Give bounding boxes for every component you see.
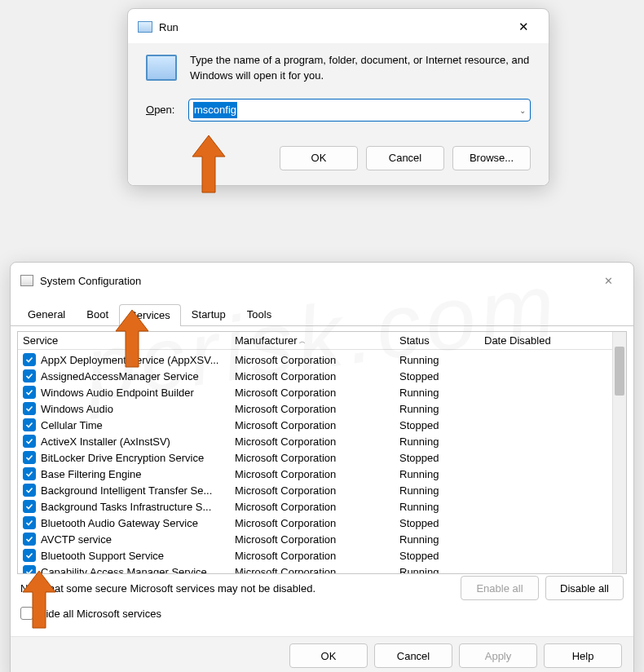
service-status: Running: [395, 403, 479, 415]
tab-tools[interactable]: Tools: [236, 303, 282, 325]
sysconfig-tabs: GeneralBootServicesStartupTools: [11, 297, 633, 326]
service-checkbox[interactable]: [23, 500, 36, 513]
table-row[interactable]: AVCTP serviceMicrosoft CorporationRunnin…: [18, 531, 611, 547]
col-date-disabled[interactable]: Date Disabled: [479, 332, 593, 349]
services-tab-content: Service Manufacturer︿ Status Date Disabl…: [11, 326, 633, 636]
open-label: Open:: [146, 104, 180, 116]
table-row[interactable]: Bluetooth Audio Gateway ServiceMicrosoft…: [18, 515, 611, 531]
service-status: Running: [395, 501, 479, 513]
service-manufacturer: Microsoft Corporation: [230, 419, 395, 431]
service-status: Running: [395, 387, 479, 399]
run-app-icon: [138, 21, 152, 33]
service-status: Running: [395, 435, 479, 448]
service-name: Windows Audio Endpoint Builder: [41, 387, 194, 399]
service-checkbox[interactable]: [23, 565, 36, 573]
service-manufacturer: Microsoft Corporation: [230, 370, 395, 382]
service-name: ActiveX Installer (AxInstSV): [41, 435, 170, 448]
service-status: Running: [395, 468, 479, 480]
run-open-row: Open: msconfig ⌄: [146, 99, 531, 122]
service-status: Running: [395, 484, 479, 497]
tab-general[interactable]: General: [17, 303, 76, 325]
services-table: Service Manufacturer︿ Status Date Disabl…: [17, 331, 627, 574]
service-status: Stopped: [395, 370, 479, 382]
scrollbar[interactable]: [612, 332, 626, 573]
ok-button[interactable]: OK: [280, 146, 358, 170]
cancel-button[interactable]: Cancel: [374, 643, 452, 668]
close-icon[interactable]: ✕: [591, 269, 625, 292]
run-dialog: Run ✕ Type the name of a program, folder…: [127, 8, 549, 186]
run-body: Type the name of a program, folder, docu…: [128, 43, 549, 185]
service-checkbox[interactable]: [23, 451, 36, 464]
sysconfig-footer: OK Cancel Apply Help: [11, 636, 633, 672]
service-checkbox[interactable]: [23, 467, 36, 480]
col-service[interactable]: Service: [18, 332, 230, 349]
service-name: Background Tasks Infrastructure S...: [41, 501, 211, 513]
chevron-down-icon[interactable]: ⌄: [519, 105, 526, 114]
service-manufacturer: Microsoft Corporation: [230, 387, 395, 399]
browse-button[interactable]: Browse...: [452, 146, 531, 170]
enable-all-button[interactable]: Enable all: [461, 576, 539, 600]
sysconfig-titlebar: System Configuration ✕: [11, 263, 633, 297]
help-button[interactable]: Help: [544, 643, 622, 668]
close-icon[interactable]: ✕: [506, 15, 540, 38]
service-checkbox[interactable]: [23, 516, 36, 529]
service-checkbox[interactable]: [23, 402, 36, 415]
col-manufacturer[interactable]: Manufacturer︿: [230, 332, 395, 349]
service-manufacturer: Microsoft Corporation: [230, 435, 395, 448]
apply-button[interactable]: Apply: [459, 643, 537, 668]
service-checkbox[interactable]: [23, 369, 36, 382]
table-row[interactable]: Background Intelligent Transfer Se...Mic…: [18, 482, 611, 498]
table-row[interactable]: Background Tasks Infrastructure S...Micr…: [18, 498, 611, 515]
service-manufacturer: Microsoft Corporation: [230, 484, 395, 497]
service-manufacturer: Microsoft Corporation: [230, 468, 395, 480]
table-header: Service Manufacturer︿ Status Date Disabl…: [18, 332, 626, 350]
table-row[interactable]: Windows AudioMicrosoft CorporationRunnin…: [18, 400, 611, 417]
col-status[interactable]: Status: [395, 332, 479, 349]
hide-ms-checkbox[interactable]: [20, 607, 33, 620]
run-input-wrap: msconfig ⌄: [188, 99, 531, 122]
service-checkbox[interactable]: [23, 353, 36, 366]
service-manufacturer: Microsoft Corporation: [230, 550, 395, 562]
table-row[interactable]: Base Filtering EngineMicrosoft Corporati…: [18, 466, 611, 482]
open-input[interactable]: [188, 99, 531, 122]
run-large-icon: [146, 55, 177, 81]
service-name: Windows Audio: [41, 403, 113, 415]
service-checkbox[interactable]: [23, 435, 36, 448]
service-name: Capability Access Manager Service: [41, 566, 207, 574]
run-info: Type the name of a program, folder, docu…: [146, 53, 531, 84]
table-row[interactable]: Windows Audio Endpoint BuilderMicrosoft …: [18, 384, 611, 400]
system-configuration-dialog: System Configuration ✕ GeneralBootServic…: [10, 262, 634, 672]
service-name: Bluetooth Support Service: [41, 550, 164, 562]
scrollbar-thumb[interactable]: [615, 347, 624, 396]
service-name: AppX Deployment Service (AppXSV...: [41, 354, 218, 366]
service-checkbox[interactable]: [23, 418, 36, 431]
ok-button[interactable]: OK: [289, 643, 368, 668]
run-description: Type the name of a program, folder, docu…: [190, 53, 531, 84]
tab-boot[interactable]: Boot: [76, 303, 119, 325]
service-checkbox[interactable]: [23, 484, 36, 497]
hide-ms-row: Hide all Microsoft services: [17, 605, 627, 626]
service-manufacturer: Microsoft Corporation: [230, 403, 395, 415]
service-name: AVCTP service: [41, 533, 112, 546]
service-status: Stopped: [395, 419, 479, 431]
service-checkbox[interactable]: [23, 386, 36, 399]
table-row[interactable]: AppX Deployment Service (AppXSV...Micros…: [18, 351, 611, 368]
service-status: Stopped: [395, 517, 479, 529]
run-buttons: OK Cancel Browse...: [146, 146, 531, 170]
service-manufacturer: Microsoft Corporation: [230, 354, 395, 366]
table-row[interactable]: Capability Access Manager ServiceMicroso…: [18, 564, 611, 573]
service-checkbox[interactable]: [23, 549, 36, 562]
disable-all-button[interactable]: Disable all: [545, 576, 624, 600]
tab-startup[interactable]: Startup: [181, 303, 236, 325]
service-name: Cellular Time: [41, 419, 103, 431]
service-checkbox[interactable]: [23, 533, 36, 546]
table-row[interactable]: Cellular TimeMicrosoft CorporationStoppe…: [18, 417, 611, 433]
service-manufacturer: Microsoft Corporation: [230, 501, 395, 513]
table-row[interactable]: AssignedAccessManager ServiceMicrosoft C…: [18, 368, 611, 384]
tab-services[interactable]: Services: [119, 304, 181, 326]
sysconfig-icon: [20, 275, 33, 286]
table-row[interactable]: Bluetooth Support ServiceMicrosoft Corpo…: [18, 547, 611, 564]
table-row[interactable]: BitLocker Drive Encryption ServiceMicros…: [18, 449, 611, 466]
cancel-button[interactable]: Cancel: [366, 146, 444, 170]
table-row[interactable]: ActiveX Installer (AxInstSV)Microsoft Co…: [18, 433, 611, 449]
